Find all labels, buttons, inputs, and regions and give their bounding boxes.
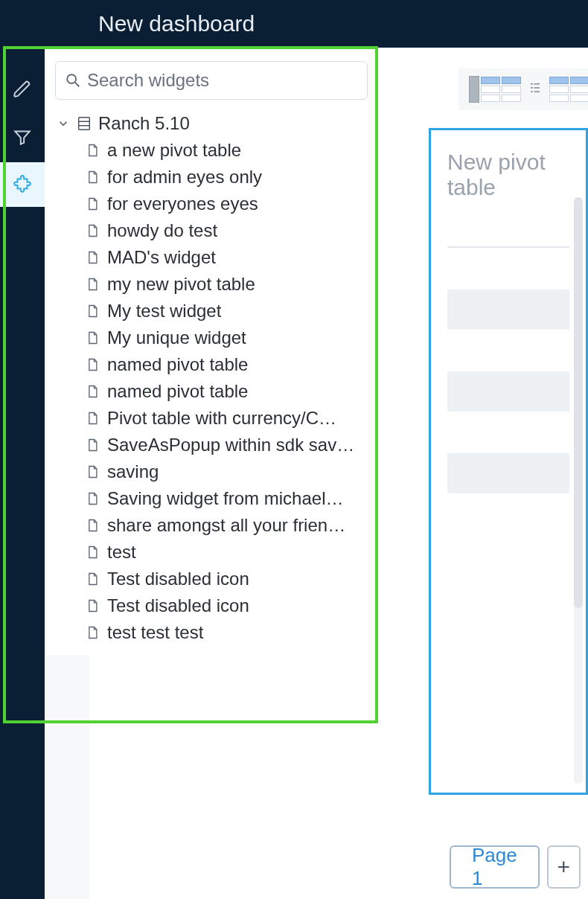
- file-icon: [85, 624, 100, 642]
- pivot-divider: [447, 246, 569, 248]
- search-icon: [65, 72, 81, 89]
- search-input[interactable]: [87, 70, 358, 91]
- tree-item[interactable]: a new pivot table: [85, 137, 368, 164]
- tree-item-label: Saving widget from michael…: [107, 488, 343, 509]
- pivot-card[interactable]: New pivot table: [429, 128, 588, 795]
- file-icon: [85, 222, 100, 240]
- pivot-title: New pivot table: [447, 150, 569, 200]
- tree-item[interactable]: howdy do test: [85, 217, 368, 244]
- tree-item-label: My test widget: [107, 301, 221, 321]
- svg-point-0: [67, 74, 76, 83]
- tree-item[interactable]: share amongst all your frien…: [85, 512, 368, 539]
- file-icon: [85, 195, 100, 213]
- file-icon: [85, 249, 100, 266]
- filter-icon: [13, 127, 32, 147]
- file-icon: [85, 436, 100, 454]
- tree-item-label: named pivot table: [107, 381, 248, 402]
- tree-item[interactable]: saving: [85, 458, 368, 485]
- tree-item-label: my new pivot table: [107, 274, 255, 295]
- widget-tree: Ranch 5.10 a new pivot tablefor admin ey…: [55, 110, 368, 646]
- tree-item-label: MAD's widget: [107, 247, 216, 268]
- layout-option-grid[interactable]: [469, 76, 521, 103]
- svg-line-1: [75, 83, 79, 86]
- rail-filter-button[interactable]: [0, 115, 45, 159]
- tree-item[interactable]: named pivot table: [85, 378, 368, 405]
- tree-item[interactable]: for everyones eyes: [85, 191, 368, 217]
- placeholder-row: [447, 371, 569, 412]
- tree-item-label: Pivot table with currency/C…: [107, 408, 336, 429]
- file-icon: [85, 543, 100, 561]
- tree-item[interactable]: My unique widget: [85, 324, 368, 351]
- tree-item[interactable]: Test disabled icon: [85, 592, 368, 619]
- tree-item-label: Test disabled icon: [107, 569, 249, 589]
- file-icon: [85, 490, 100, 508]
- tree-item[interactable]: SaveAsPopup within sdk sav…: [85, 432, 368, 458]
- main-area: Ranch 5.10 a new pivot tablefor admin ey…: [0, 48, 588, 899]
- tree-item[interactable]: my new pivot table: [85, 271, 368, 298]
- tree-parent-ranch[interactable]: Ranch 5.10: [55, 110, 368, 137]
- rail-widgets-button[interactable]: [0, 162, 45, 207]
- tree-item-label: howdy do test: [107, 220, 217, 241]
- file-icon: [85, 141, 100, 159]
- tree-item[interactable]: test: [85, 539, 368, 566]
- tree-item[interactable]: MAD's widget: [85, 244, 368, 271]
- tree-item[interactable]: Saving widget from michael…: [85, 485, 368, 512]
- tree-item-label: a new pivot table: [107, 140, 241, 161]
- page-tab-bar: Page 1 +: [450, 845, 581, 889]
- tree-parent-label: Ranch 5.10: [98, 113, 190, 134]
- database-icon: [76, 115, 92, 132]
- page-tab-label: Page 1: [472, 844, 517, 890]
- tree-item-label: saving: [107, 461, 159, 482]
- file-icon: [85, 409, 100, 427]
- tree-item[interactable]: for admin eyes only: [85, 164, 368, 191]
- tree-item[interactable]: named pivot table: [85, 351, 368, 378]
- tree-item[interactable]: test test test: [85, 619, 368, 646]
- scrollbar-thumb[interactable]: [574, 197, 583, 608]
- tree-item-label: for everyones eyes: [107, 193, 258, 214]
- tree-item-label: Test disabled icon: [107, 595, 249, 616]
- file-icon: [85, 570, 100, 588]
- file-icon: [85, 516, 100, 534]
- tree-item-label: SaveAsPopup within sdk sav…: [107, 435, 354, 455]
- scrollbar-vertical[interactable]: [574, 197, 583, 784]
- tree-item[interactable]: My test widget: [85, 298, 368, 324]
- rail-edit-button[interactable]: [0, 67, 45, 112]
- widget-panel: Ranch 5.10 a new pivot tablefor admin ey…: [45, 48, 378, 655]
- file-icon: [85, 329, 100, 347]
- tree-item-label: test: [107, 542, 136, 563]
- tree-item[interactable]: Test disabled icon: [85, 566, 368, 592]
- file-icon: [85, 356, 100, 374]
- tree-item-label: named pivot table: [107, 354, 248, 375]
- tree-item-label: share amongst all your frien…: [107, 515, 345, 536]
- layout-option-grid-2[interactable]: [549, 77, 588, 102]
- puzzle-icon: [13, 175, 32, 194]
- chevron-down-icon: [57, 117, 70, 130]
- file-icon: [85, 302, 100, 320]
- left-rail: [0, 48, 45, 899]
- title-bar: New dashboard: [0, 0, 588, 48]
- tree-item-label: for admin eyes only: [107, 167, 262, 188]
- search-field-wrap[interactable]: [55, 61, 368, 100]
- file-icon: [85, 463, 100, 481]
- add-page-button[interactable]: +: [547, 845, 581, 889]
- file-icon: [85, 168, 100, 186]
- placeholder-row: [447, 453, 569, 493]
- file-icon: [85, 383, 100, 400]
- canvas-toolbar: [458, 68, 588, 110]
- placeholder-row: [447, 289, 569, 330]
- pencil-icon: [13, 80, 32, 99]
- tree-children: a new pivot tablefor admin eyes onlyfor …: [55, 137, 368, 646]
- file-icon: [85, 597, 100, 615]
- file-icon: [85, 275, 100, 293]
- layout-outline-icon[interactable]: [528, 81, 542, 97]
- tree-item-label: My unique widget: [107, 327, 246, 348]
- dashboard-title: New dashboard: [98, 11, 255, 36]
- page-tab-1[interactable]: Page 1: [450, 845, 540, 889]
- plus-icon: +: [557, 854, 571, 880]
- tree-item-label: test test test: [107, 622, 203, 643]
- svg-rect-2: [79, 118, 90, 130]
- tree-item[interactable]: Pivot table with currency/C…: [85, 405, 368, 432]
